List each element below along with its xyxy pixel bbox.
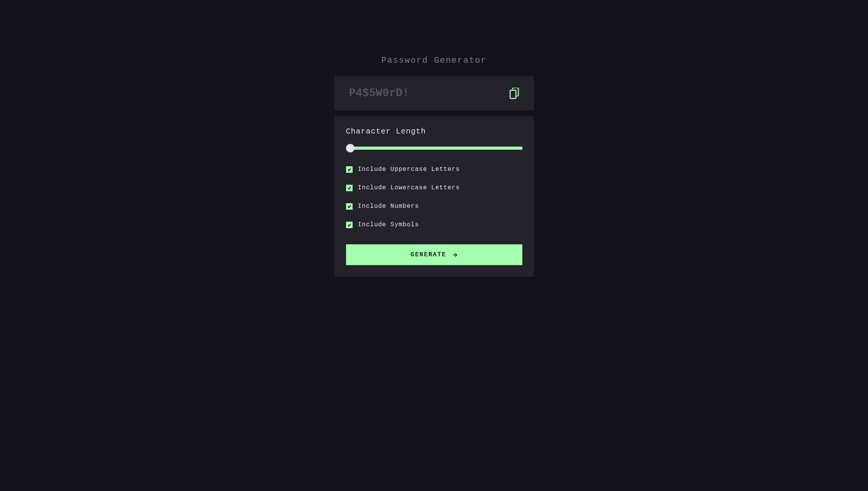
check-icon xyxy=(347,167,351,172)
check-icon xyxy=(347,204,351,209)
checkbox-label-lowercase: Include Lowercase Letters xyxy=(358,184,460,191)
checkbox-symbols[interactable] xyxy=(346,222,353,228)
checkbox-row-numbers: Include Numbers xyxy=(346,203,522,210)
checkbox-row-uppercase: Include Uppercase Letters xyxy=(346,166,522,173)
checkbox-label-numbers: Include Numbers xyxy=(358,203,419,210)
check-icon xyxy=(347,186,351,190)
copy-icon xyxy=(509,88,519,99)
checkbox-label-uppercase: Include Uppercase Letters xyxy=(358,166,460,173)
checkbox-numbers[interactable] xyxy=(346,203,353,210)
page-title: Password Generator xyxy=(381,56,487,65)
password-output-panel: P4$5W0rD! xyxy=(334,76,534,110)
generate-button[interactable]: GENERATE xyxy=(346,244,522,265)
settings-panel: Character Length Include Uppercase Lette… xyxy=(334,116,534,277)
checkbox-group: Include Uppercase Letters Include Lowerc… xyxy=(346,166,522,228)
copy-button[interactable] xyxy=(509,88,519,99)
checkbox-lowercase[interactable] xyxy=(346,185,353,191)
arrow-right-icon xyxy=(453,253,457,257)
length-label: Character Length xyxy=(346,127,522,136)
generate-button-label: GENERATE xyxy=(411,251,447,258)
check-icon xyxy=(347,223,351,227)
password-output: P4$5W0rD! xyxy=(349,87,410,100)
slider-track xyxy=(346,147,522,150)
checkbox-uppercase[interactable] xyxy=(346,166,353,173)
checkbox-row-lowercase: Include Lowercase Letters xyxy=(346,184,522,191)
length-slider[interactable] xyxy=(346,147,522,150)
checkbox-row-symbols: Include Symbols xyxy=(346,221,522,228)
checkbox-label-symbols: Include Symbols xyxy=(358,221,419,228)
slider-thumb[interactable] xyxy=(346,144,355,152)
svg-rect-0 xyxy=(510,90,516,98)
